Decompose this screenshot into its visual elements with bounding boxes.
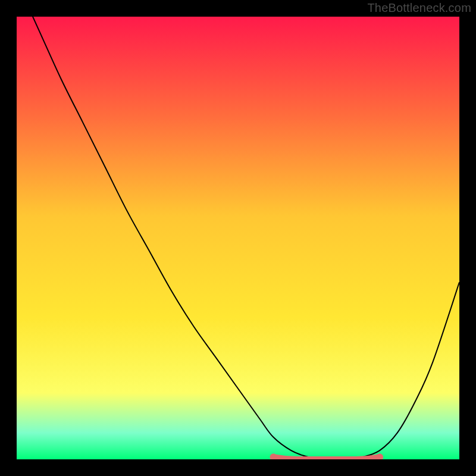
optimal-range-highlight [274, 457, 380, 459]
chart-svg [17, 17, 459, 459]
plot-area [17, 17, 459, 459]
chart-frame: TheBottleneck.com [0, 0, 476, 476]
gradient-background [17, 17, 459, 459]
watermark-text: TheBottleneck.com [367, 1, 471, 15]
